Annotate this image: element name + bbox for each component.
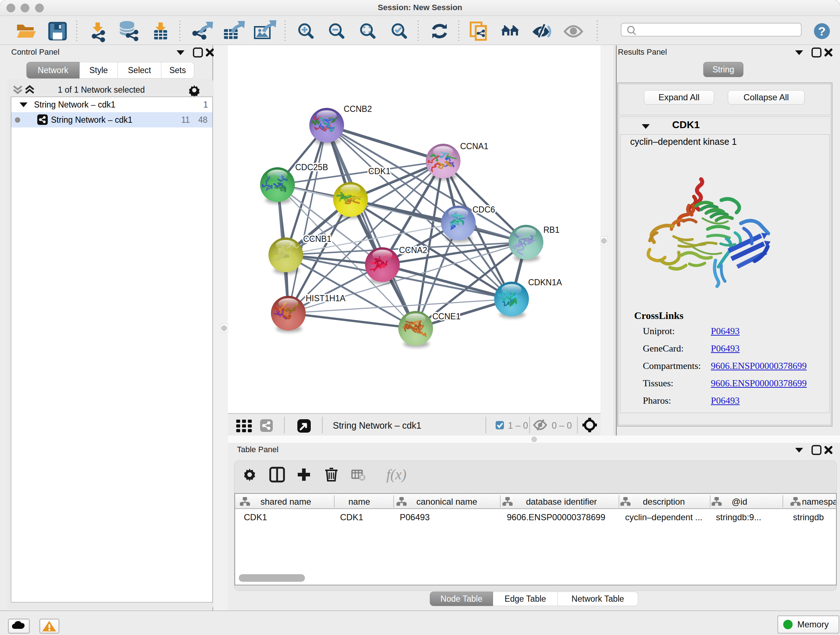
svg-text:CCNA1: CCNA1 (460, 141, 488, 151)
svg-text:?: ? (818, 24, 826, 38)
svg-text:@id: @id (731, 497, 747, 507)
svg-text:namespac: namespac (802, 497, 836, 507)
svg-text:CCNB2: CCNB2 (344, 104, 372, 114)
svg-text:shared name: shared name (261, 497, 311, 507)
svg-text:canonical name: canonical name (416, 497, 477, 507)
svg-text:CDC25B: CDC25B (295, 163, 328, 172)
svg-text:CDC6: CDC6 (472, 205, 495, 214)
svg-text:RB1: RB1 (543, 225, 560, 234)
svg-text:CDKN1A: CDKN1A (528, 278, 562, 287)
svg-text:HIST1H1A: HIST1H1A (306, 294, 346, 303)
svg-text:f(x): f(x) (386, 466, 407, 483)
svg-text:1 – 0: 1 – 0 (508, 420, 528, 431)
svg-text:CCNB1: CCNB1 (303, 234, 332, 244)
svg-text:CCNE1: CCNE1 (432, 312, 461, 321)
svg-text:CCNA2: CCNA2 (399, 245, 427, 255)
svg-text:String Network – cdk1: String Network – cdk1 (333, 420, 422, 431)
svg-text:0 – 0: 0 – 0 (552, 420, 572, 431)
svg-text:name: name (348, 497, 370, 507)
svg-text:database identifier: database identifier (526, 497, 597, 507)
svg-text:description: description (643, 497, 685, 507)
svg-text:CDK1: CDK1 (368, 166, 390, 176)
